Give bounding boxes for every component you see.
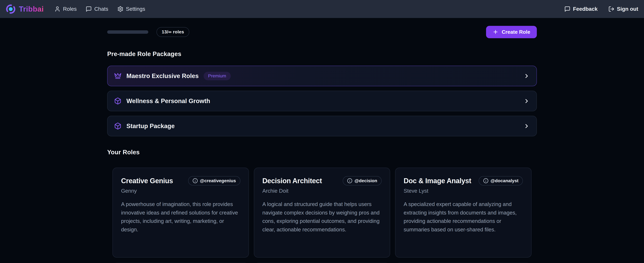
roles-count-badge: 13/∞ roles bbox=[156, 27, 190, 37]
crown-icon bbox=[114, 72, 122, 80]
package-list: Maestro Exclusive Roles Premium Welln bbox=[107, 66, 537, 136]
role-title: Creative Genius bbox=[121, 176, 173, 185]
nav-item-roles[interactable]: Roles bbox=[54, 6, 77, 12]
package-icon bbox=[114, 97, 122, 105]
app-root: Tribbai Roles Chats bbox=[0, 0, 644, 263]
nav-item-chats[interactable]: Chats bbox=[86, 6, 108, 12]
role-card-creative-genius[interactable]: Creative Genius @creativegenius Genny A … bbox=[112, 168, 249, 258]
role-subtitle: Steve Lyst bbox=[404, 188, 523, 194]
brand-name: Tribbai bbox=[19, 5, 44, 13]
chevron-right-icon bbox=[523, 73, 530, 79]
plus-icon bbox=[493, 29, 498, 35]
card-header: Decision Architect @decision bbox=[262, 176, 382, 185]
role-description: A logical and structured guide that help… bbox=[262, 200, 382, 234]
package-title: Startup Package bbox=[126, 123, 175, 130]
package-title: Maestro Exclusive Roles bbox=[126, 72, 199, 79]
roles-progress-bar bbox=[107, 30, 148, 33]
role-subtitle: Genny bbox=[121, 188, 240, 194]
role-handle-badge[interactable]: @decision bbox=[343, 176, 382, 185]
user-icon bbox=[54, 6, 60, 12]
info-icon bbox=[483, 178, 488, 183]
role-description: A specialized expert capable of analyzin… bbox=[404, 200, 523, 234]
package-row-startup[interactable]: Startup Package bbox=[107, 116, 537, 136]
create-role-label: Create Role bbox=[502, 29, 530, 35]
role-handle-badge[interactable]: @creativegenius bbox=[188, 176, 240, 185]
package-row-wellness[interactable]: Wellness & Personal Growth bbox=[107, 91, 537, 111]
gear-icon bbox=[117, 6, 124, 12]
role-handle: @creativegenius bbox=[200, 178, 236, 183]
packages-section-title: Pre-made Role Packages bbox=[107, 50, 537, 57]
tribbai-logo-icon bbox=[6, 4, 16, 14]
nav-item-label: Chats bbox=[94, 6, 108, 12]
role-cards-grid: Creative Genius @creativegenius Genny A … bbox=[107, 168, 537, 258]
role-title: Decision Architect bbox=[262, 176, 322, 185]
package-title: Wellness & Personal Growth bbox=[126, 97, 210, 105]
roles-meta-row: 13/∞ roles Create Role bbox=[107, 26, 537, 38]
card-header: Doc & Image Analyst @docanalyst bbox=[404, 176, 523, 185]
feedback-label: Feedback bbox=[573, 6, 598, 12]
role-subtitle: Archie Doit bbox=[262, 188, 382, 194]
role-handle-badge[interactable]: @docanalyst bbox=[479, 176, 523, 185]
create-role-button[interactable]: Create Role bbox=[486, 26, 537, 38]
role-title: Doc & Image Analyst bbox=[404, 176, 471, 185]
chevron-right-icon bbox=[523, 123, 530, 129]
role-card-decision-architect[interactable]: Decision Architect @decision Archie Doit… bbox=[254, 168, 390, 258]
main-content: 13/∞ roles Create Role Pre-made Role Pac… bbox=[107, 26, 537, 263]
role-card-doc-image-analyst[interactable]: Doc & Image Analyst @docanalyst Steve Ly… bbox=[395, 168, 532, 258]
chat-bubble-icon bbox=[564, 6, 570, 12]
role-handle: @decision bbox=[354, 178, 377, 183]
nav-item-label: Settings bbox=[126, 6, 145, 12]
premium-badge: Premium bbox=[204, 72, 231, 80]
top-nav: Tribbai Roles Chats bbox=[0, 0, 644, 18]
nav-item-label: Roles bbox=[63, 6, 77, 12]
package-row-maestro[interactable]: Maestro Exclusive Roles Premium bbox=[107, 66, 537, 86]
chevron-right-icon bbox=[523, 98, 530, 104]
card-header: Creative Genius @creativegenius bbox=[121, 176, 240, 185]
brand-logo[interactable]: Tribbai bbox=[6, 4, 44, 14]
sign-out-label: Sign out bbox=[617, 6, 638, 12]
role-description: A powerhouse of imagination, this role p… bbox=[121, 200, 240, 234]
sign-out-icon bbox=[608, 6, 614, 12]
your-roles-section-title: Your Roles bbox=[107, 149, 537, 156]
chat-bubble-icon bbox=[86, 6, 92, 12]
sign-out-button[interactable]: Sign out bbox=[608, 6, 638, 12]
package-icon bbox=[114, 122, 122, 130]
info-icon bbox=[192, 178, 198, 183]
nav-item-settings[interactable]: Settings bbox=[117, 6, 145, 12]
info-icon bbox=[347, 178, 352, 183]
feedback-button[interactable]: Feedback bbox=[564, 6, 598, 12]
role-handle: @docanalyst bbox=[490, 178, 518, 183]
